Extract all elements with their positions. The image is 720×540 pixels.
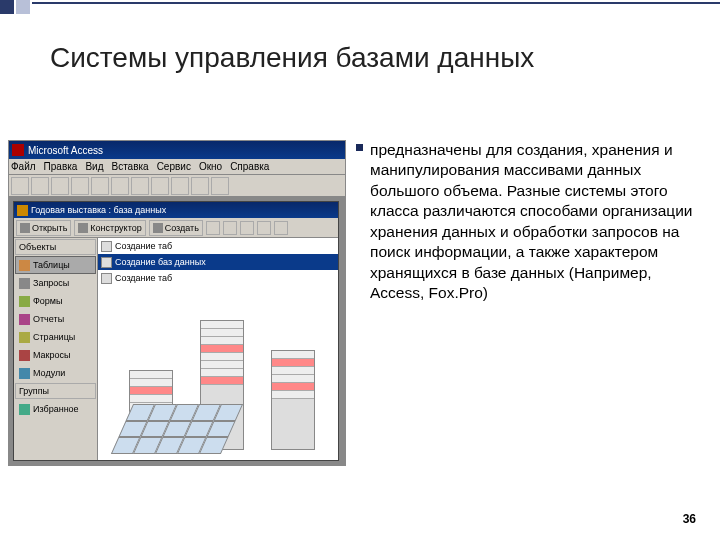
wizard-icon bbox=[101, 241, 112, 252]
view-list-icon[interactable] bbox=[257, 221, 271, 235]
db-window-titlebar: Годовая выставка : база данных bbox=[14, 202, 338, 218]
groups-header: Группы bbox=[15, 383, 96, 399]
sidebar-item-reports[interactable]: Отчеты bbox=[15, 310, 96, 328]
toolbar-button[interactable] bbox=[111, 177, 129, 195]
forms-icon bbox=[19, 296, 30, 307]
app-title: Microsoft Access bbox=[28, 145, 103, 156]
design-button[interactable]: Конструктор bbox=[74, 220, 145, 236]
toolbar-button[interactable] bbox=[131, 177, 149, 195]
sidebar-item-favorites[interactable]: Избранное bbox=[15, 400, 96, 418]
objects-sidebar: Объекты Таблицы Запросы Формы Отчеты Стр… bbox=[14, 238, 98, 460]
sidebar-item-forms[interactable]: Формы bbox=[15, 292, 96, 310]
sidebar-item-macros[interactable]: Макросы bbox=[15, 346, 96, 364]
toolbar-button[interactable] bbox=[51, 177, 69, 195]
wizard-icon bbox=[101, 273, 112, 284]
open-icon bbox=[20, 223, 30, 233]
reports-icon bbox=[19, 314, 30, 325]
db-window-title: Годовая выставка : база данных bbox=[31, 205, 166, 215]
menu-bar[interactable]: Файл Правка Вид Вставка Сервис Окно Спра… bbox=[9, 159, 345, 175]
favorites-icon bbox=[19, 404, 30, 415]
menu-help[interactable]: Справка bbox=[230, 161, 269, 172]
toolbar-button[interactable] bbox=[31, 177, 49, 195]
menu-insert[interactable]: Вставка bbox=[111, 161, 148, 172]
list-item[interactable]: Создание таб bbox=[98, 270, 338, 286]
menu-tools[interactable]: Сервис bbox=[157, 161, 191, 172]
access-screenshot: Microsoft Access Файл Правка Вид Вставка… bbox=[8, 140, 346, 466]
open-button[interactable]: Открыть bbox=[16, 220, 71, 236]
toolbar-button[interactable] bbox=[171, 177, 189, 195]
sidebar-item-queries[interactable]: Запросы bbox=[15, 274, 96, 292]
slide-body-text: предназначены для создания, хранения и м… bbox=[370, 140, 700, 304]
toolbar-button[interactable] bbox=[191, 177, 209, 195]
data-grid-illustration bbox=[111, 404, 243, 454]
tables-icon bbox=[19, 260, 30, 271]
list-item[interactable]: Создание таб bbox=[98, 238, 338, 254]
toolbar-button[interactable] bbox=[91, 177, 109, 195]
view-small-icon[interactable] bbox=[240, 221, 254, 235]
access-key-icon bbox=[12, 144, 24, 156]
sidebar-item-modules[interactable]: Модули bbox=[15, 364, 96, 382]
design-icon bbox=[78, 223, 88, 233]
database-window: Годовая выставка : база данных Открыть К… bbox=[13, 201, 339, 461]
toolbar-button[interactable] bbox=[151, 177, 169, 195]
macros-icon bbox=[19, 350, 30, 361]
view-large-icon[interactable] bbox=[223, 221, 237, 235]
toolbar-button[interactable] bbox=[211, 177, 229, 195]
illustration-overlay bbox=[112, 286, 332, 454]
db-icon bbox=[17, 205, 28, 216]
mdi-workarea: Годовая выставка : база данных Открыть К… bbox=[9, 197, 345, 465]
slide-title: Системы управления базами данных bbox=[50, 42, 534, 74]
db-toolbar[interactable]: Открыть Конструктор Создать bbox=[14, 218, 338, 238]
wizard-icon bbox=[101, 257, 112, 268]
sidebar-item-tables[interactable]: Таблицы bbox=[15, 256, 96, 274]
create-button[interactable]: Создать bbox=[149, 220, 203, 236]
view-details-icon[interactable] bbox=[274, 221, 288, 235]
menu-file[interactable]: Файл bbox=[11, 161, 36, 172]
menu-view[interactable]: Вид bbox=[85, 161, 103, 172]
menu-window[interactable]: Окно bbox=[199, 161, 222, 172]
sidebar-item-pages[interactable]: Страницы bbox=[15, 328, 96, 346]
db-content-pane: Создание таб Создание баз данных Создани… bbox=[98, 238, 338, 460]
pages-icon bbox=[19, 332, 30, 343]
delete-button[interactable] bbox=[206, 221, 220, 235]
bullet-icon bbox=[356, 144, 363, 151]
app-titlebar: Microsoft Access bbox=[9, 141, 345, 159]
toolbar-button[interactable] bbox=[11, 177, 29, 195]
modules-icon bbox=[19, 368, 30, 379]
toolbar-button[interactable] bbox=[71, 177, 89, 195]
queries-icon bbox=[19, 278, 30, 289]
objects-header: Объекты bbox=[15, 239, 96, 255]
menu-edit[interactable]: Правка bbox=[44, 161, 78, 172]
slide-accent-bar bbox=[0, 0, 720, 14]
create-icon bbox=[153, 223, 163, 233]
page-number: 36 bbox=[683, 512, 696, 526]
list-item[interactable]: Создание баз данных bbox=[98, 254, 338, 270]
main-toolbar[interactable] bbox=[9, 175, 345, 197]
